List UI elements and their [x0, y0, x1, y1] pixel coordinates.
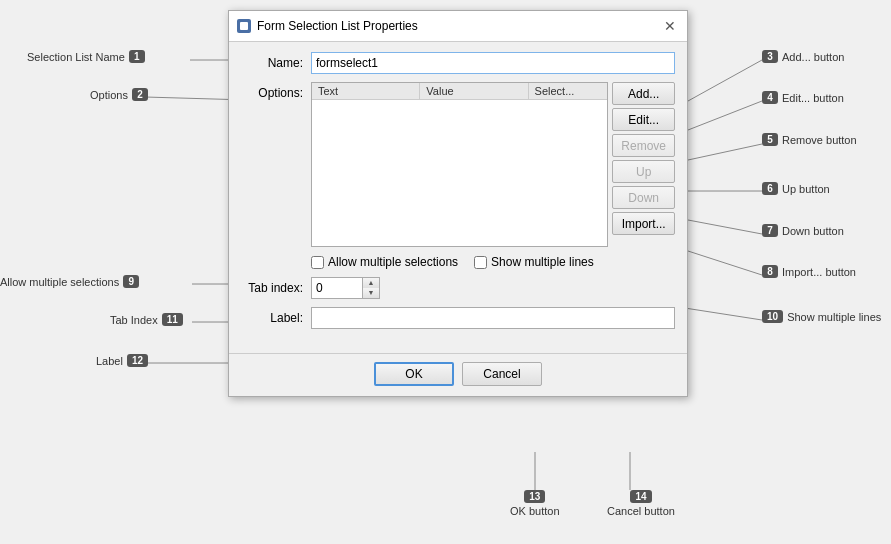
up-button[interactable]: Up	[612, 160, 675, 183]
annotation-badge-3: 3	[762, 50, 778, 63]
column-value: Value	[420, 83, 528, 99]
label-row: Label:	[241, 307, 675, 329]
annotation-label: Import... button	[782, 266, 856, 278]
tab-index-row: Tab index: ▲ ▼	[241, 277, 675, 299]
allow-multiple-label[interactable]: Allow multiple selections	[311, 255, 458, 269]
tab-index-label: Tab index:	[241, 281, 311, 295]
annotation-selection-list-name: Selection List Name 1	[27, 50, 145, 63]
annotation-allow-multiple: Allow multiple selections 9	[0, 275, 139, 288]
dialog-title-text: Form Selection List Properties	[257, 19, 418, 33]
options-table[interactable]: Text Value Select...	[311, 82, 608, 247]
annotation-options: Options 2	[90, 88, 148, 101]
column-text: Text	[312, 83, 420, 99]
svg-line-10	[688, 251, 762, 275]
annotation-badge-8: 8	[762, 265, 778, 278]
annotation-label: Label	[96, 355, 123, 367]
options-buttons: Add... Edit... Remove Up Down Import...	[612, 82, 675, 247]
annotation-badge-12: 12	[127, 354, 148, 367]
dialog-icon	[237, 19, 251, 33]
annotation-badge-1: 1	[129, 50, 145, 63]
dialog-close-button[interactable]: ✕	[661, 17, 679, 35]
annotation-label: Selection List Name	[27, 51, 125, 63]
annotation-badge-6: 6	[762, 182, 778, 195]
annotation-show-multiple: 10 Show multiple lines	[762, 310, 881, 323]
annotation-badge-10: 10	[762, 310, 783, 323]
annotation-remove-btn: 5 Remove button	[762, 133, 857, 146]
name-input[interactable]	[311, 52, 675, 74]
dialog-titlebar: Form Selection List Properties ✕	[229, 11, 687, 42]
annotation-ok-btn: 13 OK button	[510, 490, 560, 517]
show-multiple-checkbox[interactable]	[474, 256, 487, 269]
annotation-badge-11: 11	[162, 313, 183, 326]
annotation-label-field: Label 12	[96, 354, 148, 367]
dialog-footer: OK Cancel	[229, 353, 687, 396]
annotation-down-btn: 7 Down button	[762, 224, 844, 237]
annotation-label: Show multiple lines	[787, 311, 881, 323]
annotation-tab-index: Tab Index 11	[110, 313, 183, 326]
name-row: Name:	[241, 52, 675, 74]
svg-line-6	[688, 101, 762, 130]
column-select: Select...	[529, 83, 608, 99]
annotation-label: Up button	[782, 183, 830, 195]
annotation-label: OK button	[510, 505, 560, 517]
spinner-buttons: ▲ ▼	[362, 278, 379, 298]
allow-multiple-checkbox[interactable]	[311, 256, 324, 269]
remove-button[interactable]: Remove	[612, 134, 675, 157]
annotation-add-btn: 3 Add... button	[762, 50, 844, 63]
dialog-content: Name: Options: Text Value Select... Add.…	[229, 42, 687, 349]
annotation-edit-btn: 4 Edit... button	[762, 91, 844, 104]
annotation-badge-13: 13	[524, 490, 545, 503]
options-row: Options: Text Value Select... Add... Edi…	[241, 82, 675, 247]
tab-index-input[interactable]	[312, 278, 362, 298]
svg-line-5	[688, 60, 762, 101]
svg-line-7	[688, 144, 762, 160]
svg-line-9	[688, 220, 762, 234]
annotation-label: Edit... button	[782, 92, 844, 104]
annotation-badge-4: 4	[762, 91, 778, 104]
options-area: Text Value Select... Add... Edit... Remo…	[311, 82, 675, 247]
import-button[interactable]: Import...	[612, 212, 675, 235]
label-field-label: Label:	[241, 311, 311, 325]
annotation-label: Options	[90, 89, 128, 101]
cancel-button[interactable]: Cancel	[462, 362, 542, 386]
show-multiple-label[interactable]: Show multiple lines	[474, 255, 594, 269]
tab-index-spinner[interactable]: ▲ ▼	[311, 277, 380, 299]
down-button[interactable]: Down	[612, 186, 675, 209]
form-selection-list-dialog: Form Selection List Properties ✕ Name: O…	[228, 10, 688, 397]
dialog-title-area: Form Selection List Properties	[237, 19, 418, 33]
annotation-badge-14: 14	[630, 490, 651, 503]
annotation-label: Cancel button	[607, 505, 675, 517]
annotation-cancel-btn: 14 Cancel button	[607, 490, 675, 517]
allow-multiple-text: Allow multiple selections	[328, 255, 458, 269]
name-label: Name:	[241, 56, 311, 70]
dialog-icon-inner	[240, 22, 248, 30]
annotation-badge-9: 9	[123, 275, 139, 288]
annotation-label: Down button	[782, 225, 844, 237]
add-button[interactable]: Add...	[612, 82, 675, 105]
annotation-label: Remove button	[782, 134, 857, 146]
annotation-badge-2: 2	[132, 88, 148, 101]
label-input[interactable]	[311, 307, 675, 329]
checkboxes-row: Allow multiple selections Show multiple …	[311, 255, 675, 269]
annotation-label: Allow multiple selections	[0, 276, 119, 288]
annotation-badge-7: 7	[762, 224, 778, 237]
options-label: Options:	[241, 82, 311, 100]
options-table-header: Text Value Select...	[312, 83, 607, 100]
spinner-down-button[interactable]: ▼	[363, 288, 379, 298]
annotation-up-btn: 6 Up button	[762, 182, 830, 195]
spinner-up-button[interactable]: ▲	[363, 278, 379, 288]
annotation-import-btn: 8 Import... button	[762, 265, 856, 278]
edit-button[interactable]: Edit...	[612, 108, 675, 131]
annotation-label: Tab Index	[110, 314, 158, 326]
annotation-label: Add... button	[782, 51, 844, 63]
ok-button[interactable]: OK	[374, 362, 454, 386]
show-multiple-text: Show multiple lines	[491, 255, 594, 269]
annotation-badge-5: 5	[762, 133, 778, 146]
